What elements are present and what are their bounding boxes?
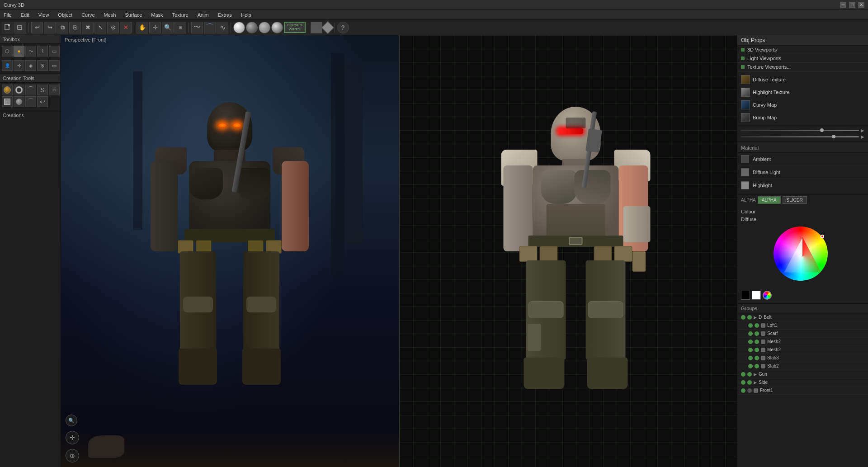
- group-scarf[interactable]: Scarf: [737, 330, 868, 338]
- group-side[interactable]: ▶ Side: [737, 378, 868, 387]
- redo-button[interactable]: ↪: [44, 22, 56, 33]
- tool-paint[interactable]: ●: [14, 46, 24, 57]
- shape-tube[interactable]: ⌒: [25, 85, 36, 95]
- viewport-right[interactable]: [400, 35, 737, 467]
- paste-button[interactable]: ⎘: [69, 22, 81, 33]
- viewport-area[interactable]: Perspective [Front]: [61, 35, 737, 467]
- group-front1[interactable]: Front1: [737, 387, 868, 395]
- sphere-preview-4[interactable]: [271, 22, 283, 33]
- menu-view[interactable]: View: [37, 11, 51, 19]
- colour-dot[interactable]: [821, 235, 824, 238]
- menu-object[interactable]: Object: [56, 11, 74, 19]
- gun-eye2-icon[interactable]: [747, 372, 752, 377]
- viewport-light-option[interactable]: Light Viewports: [737, 54, 868, 63]
- tool-8[interactable]: $: [37, 60, 48, 71]
- stroke-tool-2[interactable]: ⌒: [204, 22, 216, 33]
- select-button[interactable]: ↖: [94, 22, 106, 33]
- highlight-texture-row[interactable]: Highlight Texture: [737, 86, 868, 99]
- new-doc-button[interactable]: [2, 22, 14, 33]
- group-slab3[interactable]: Slab3: [737, 354, 868, 362]
- maximize-button[interactable]: □: [849, 2, 855, 8]
- zoom-button[interactable]: 🔍: [162, 22, 174, 33]
- side-eye2-icon[interactable]: [747, 380, 752, 385]
- group-mesh2-1[interactable]: Mesh2: [737, 338, 868, 346]
- shape-curve[interactable]: ⌒: [25, 96, 36, 107]
- pan-button[interactable]: ✋: [137, 22, 148, 33]
- square-preview-1[interactable]: [311, 22, 322, 33]
- menu-extras[interactable]: Extras: [216, 11, 234, 19]
- shape-ring[interactable]: [14, 85, 24, 95]
- colour-wheel-wrapper[interactable]: [774, 226, 832, 285]
- diffuse-light-row[interactable]: Diffuse Light: [737, 166, 868, 179]
- curved-wire-button[interactable]: CURVED WIRES: [284, 22, 306, 33]
- stroke-tool-3[interactable]: ∿: [217, 22, 228, 33]
- close-button[interactable]: ✕: [858, 2, 864, 8]
- shape-flat[interactable]: ▭: [49, 85, 60, 95]
- tool-9[interactable]: ▭: [49, 60, 60, 71]
- loft1-eye-icon[interactable]: [748, 323, 753, 328]
- highlight-row[interactable]: Highlight: [737, 179, 868, 192]
- menu-surface[interactable]: Surface: [123, 11, 144, 19]
- menu-mesh[interactable]: Mesh: [102, 11, 118, 19]
- stroke-tool-1[interactable]: 〜: [191, 22, 203, 33]
- diffuse-texture-row[interactable]: Diffuse Texture: [737, 73, 868, 86]
- belt-eye2-icon[interactable]: [747, 315, 752, 320]
- menu-anim[interactable]: Anim: [196, 11, 211, 19]
- white-swatch[interactable]: [752, 291, 761, 300]
- undo-button[interactable]: ↩: [31, 22, 43, 33]
- ambient-color[interactable]: [741, 155, 749, 163]
- loft1-eye2-icon[interactable]: [755, 323, 759, 328]
- ambient-row[interactable]: Ambient: [737, 153, 868, 166]
- front1-eye-icon[interactable]: [741, 388, 745, 393]
- delete-button[interactable]: ✖: [82, 22, 94, 33]
- slab3-eye2-icon[interactable]: [755, 356, 759, 360]
- viewport-zoom-in-icon[interactable]: 🔍: [66, 415, 77, 426]
- menu-file[interactable]: File: [2, 11, 14, 19]
- highlight-color[interactable]: [741, 181, 749, 189]
- minimize-button[interactable]: ─: [840, 2, 846, 8]
- mesh2-2-eye2-icon[interactable]: [755, 348, 759, 352]
- colour-wheel-container[interactable]: [737, 223, 868, 289]
- help-button[interactable]: ?: [337, 22, 349, 33]
- tool-flatten[interactable]: ⌇: [37, 46, 48, 57]
- active-colour-swatch[interactable]: [763, 291, 772, 300]
- tool-smooth[interactable]: 〜: [25, 46, 36, 57]
- bump-map-row[interactable]: Bump Map: [737, 111, 868, 124]
- slicer-button[interactable]: SLICER: [783, 196, 807, 204]
- menu-curve[interactable]: Curve: [80, 11, 96, 19]
- tool-5[interactable]: 👤: [2, 60, 13, 71]
- mesh2-2-eye-icon[interactable]: [748, 348, 753, 352]
- shape-wavy[interactable]: S: [37, 85, 48, 95]
- viewport-left[interactable]: ✛ ⊕ 🔍: [61, 35, 400, 467]
- menu-edit[interactable]: Edit: [19, 11, 31, 19]
- copy-button[interactable]: ⧉: [57, 22, 68, 33]
- tool-extra[interactable]: ▭: [49, 46, 60, 57]
- sphere-preview-dark[interactable]: [246, 22, 258, 33]
- scarf-eye2-icon[interactable]: [755, 331, 759, 336]
- viewport-3d-option[interactable]: 3D Viewports: [737, 46, 868, 54]
- shape-sphere[interactable]: [2, 85, 13, 95]
- mesh2-1-eye2-icon[interactable]: [755, 340, 759, 344]
- side-eye-icon[interactable]: [741, 380, 745, 385]
- front1-eye2-icon[interactable]: [747, 388, 752, 393]
- scarf-eye-icon[interactable]: [748, 331, 753, 336]
- mesh2-1-eye-icon[interactable]: [748, 340, 753, 344]
- slab3-eye-icon[interactable]: [748, 356, 753, 360]
- curvy-map-row[interactable]: Curvy Map: [737, 99, 868, 111]
- menu-texture[interactable]: Texture: [170, 11, 190, 19]
- black-swatch[interactable]: [741, 291, 750, 300]
- shape-sphere2[interactable]: [14, 96, 24, 107]
- shape-cube[interactable]: [2, 96, 13, 107]
- sphere-preview-light[interactable]: [233, 22, 245, 33]
- group-gun[interactable]: ▶ Gun: [737, 370, 868, 378]
- slab2-eye-icon[interactable]: [748, 364, 753, 368]
- tool-brush[interactable]: ⬡: [2, 46, 13, 57]
- orbit-button[interactable]: ✛: [149, 22, 161, 33]
- group-loft1[interactable]: Loft1: [737, 321, 868, 330]
- tool-6[interactable]: ✛: [14, 60, 24, 71]
- viewport-texture-option[interactable]: Texture Viewports...: [737, 63, 868, 71]
- alpha-button[interactable]: ALPHA: [758, 196, 781, 204]
- group-belt[interactable]: ▶ D Belt: [737, 313, 868, 321]
- shape-hook[interactable]: ↩: [37, 96, 48, 107]
- viewport-rotate-icon[interactable]: ✛: [66, 431, 79, 444]
